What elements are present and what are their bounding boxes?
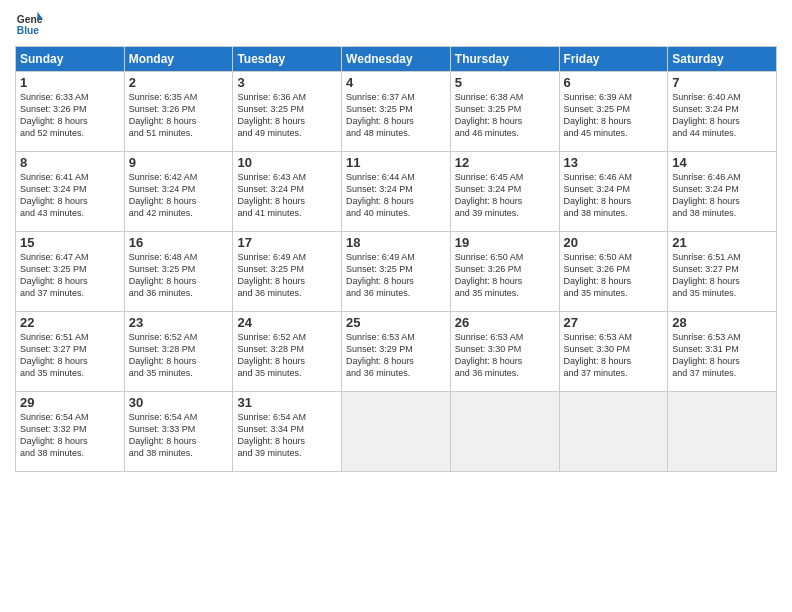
- cell-info: Sunrise: 6:49 AMSunset: 3:25 PMDaylight:…: [237, 251, 337, 300]
- day-cell: 18Sunrise: 6:49 AMSunset: 3:25 PMDayligh…: [342, 232, 451, 312]
- day-number: 14: [672, 155, 772, 170]
- day-number: 25: [346, 315, 446, 330]
- day-cell: 3Sunrise: 6:36 AMSunset: 3:25 PMDaylight…: [233, 72, 342, 152]
- day-number: 8: [20, 155, 120, 170]
- col-header-thursday: Thursday: [450, 47, 559, 72]
- cell-info: Sunrise: 6:40 AMSunset: 3:24 PMDaylight:…: [672, 91, 772, 140]
- day-cell: 8Sunrise: 6:41 AMSunset: 3:24 PMDaylight…: [16, 152, 125, 232]
- day-number: 29: [20, 395, 120, 410]
- header-row: SundayMondayTuesdayWednesdayThursdayFrid…: [16, 47, 777, 72]
- col-header-wednesday: Wednesday: [342, 47, 451, 72]
- day-cell: 29Sunrise: 6:54 AMSunset: 3:32 PMDayligh…: [16, 392, 125, 472]
- cell-info: Sunrise: 6:51 AMSunset: 3:27 PMDaylight:…: [20, 331, 120, 380]
- cell-info: Sunrise: 6:45 AMSunset: 3:24 PMDaylight:…: [455, 171, 555, 220]
- cell-info: Sunrise: 6:49 AMSunset: 3:25 PMDaylight:…: [346, 251, 446, 300]
- day-number: 1: [20, 75, 120, 90]
- col-header-friday: Friday: [559, 47, 668, 72]
- cell-info: Sunrise: 6:35 AMSunset: 3:26 PMDaylight:…: [129, 91, 229, 140]
- day-cell: 31Sunrise: 6:54 AMSunset: 3:34 PMDayligh…: [233, 392, 342, 472]
- day-cell: 6Sunrise: 6:39 AMSunset: 3:25 PMDaylight…: [559, 72, 668, 152]
- day-cell: 7Sunrise: 6:40 AMSunset: 3:24 PMDaylight…: [668, 72, 777, 152]
- cell-info: Sunrise: 6:36 AMSunset: 3:25 PMDaylight:…: [237, 91, 337, 140]
- cell-info: Sunrise: 6:48 AMSunset: 3:25 PMDaylight:…: [129, 251, 229, 300]
- cell-info: Sunrise: 6:53 AMSunset: 3:30 PMDaylight:…: [564, 331, 664, 380]
- svg-text:Blue: Blue: [17, 25, 40, 36]
- day-number: 28: [672, 315, 772, 330]
- day-cell: 26Sunrise: 6:53 AMSunset: 3:30 PMDayligh…: [450, 312, 559, 392]
- day-cell: 30Sunrise: 6:54 AMSunset: 3:33 PMDayligh…: [124, 392, 233, 472]
- col-header-monday: Monday: [124, 47, 233, 72]
- cell-info: Sunrise: 6:51 AMSunset: 3:27 PMDaylight:…: [672, 251, 772, 300]
- cell-info: Sunrise: 6:54 AMSunset: 3:33 PMDaylight:…: [129, 411, 229, 460]
- day-cell: 14Sunrise: 6:46 AMSunset: 3:24 PMDayligh…: [668, 152, 777, 232]
- day-number: 10: [237, 155, 337, 170]
- cell-info: Sunrise: 6:54 AMSunset: 3:32 PMDaylight:…: [20, 411, 120, 460]
- day-cell: 15Sunrise: 6:47 AMSunset: 3:25 PMDayligh…: [16, 232, 125, 312]
- logo-icon: General Blue: [15, 10, 43, 38]
- page-container: General Blue SundayMondayTuesdayWednesda…: [0, 0, 792, 482]
- day-number: 17: [237, 235, 337, 250]
- day-cell: 2Sunrise: 6:35 AMSunset: 3:26 PMDaylight…: [124, 72, 233, 152]
- day-number: 21: [672, 235, 772, 250]
- day-number: 9: [129, 155, 229, 170]
- week-row-5: 29Sunrise: 6:54 AMSunset: 3:32 PMDayligh…: [16, 392, 777, 472]
- day-number: 5: [455, 75, 555, 90]
- col-header-sunday: Sunday: [16, 47, 125, 72]
- cell-info: Sunrise: 6:52 AMSunset: 3:28 PMDaylight:…: [129, 331, 229, 380]
- col-header-saturday: Saturday: [668, 47, 777, 72]
- cell-info: Sunrise: 6:53 AMSunset: 3:31 PMDaylight:…: [672, 331, 772, 380]
- day-number: 11: [346, 155, 446, 170]
- day-cell: 16Sunrise: 6:48 AMSunset: 3:25 PMDayligh…: [124, 232, 233, 312]
- day-cell: [450, 392, 559, 472]
- day-cell: 17Sunrise: 6:49 AMSunset: 3:25 PMDayligh…: [233, 232, 342, 312]
- day-cell: 22Sunrise: 6:51 AMSunset: 3:27 PMDayligh…: [16, 312, 125, 392]
- day-cell: 1Sunrise: 6:33 AMSunset: 3:26 PMDaylight…: [16, 72, 125, 152]
- cell-info: Sunrise: 6:46 AMSunset: 3:24 PMDaylight:…: [564, 171, 664, 220]
- day-number: 18: [346, 235, 446, 250]
- logo: General Blue: [15, 10, 43, 38]
- day-cell: 12Sunrise: 6:45 AMSunset: 3:24 PMDayligh…: [450, 152, 559, 232]
- cell-info: Sunrise: 6:39 AMSunset: 3:25 PMDaylight:…: [564, 91, 664, 140]
- cell-info: Sunrise: 6:43 AMSunset: 3:24 PMDaylight:…: [237, 171, 337, 220]
- day-cell: 25Sunrise: 6:53 AMSunset: 3:29 PMDayligh…: [342, 312, 451, 392]
- day-number: 12: [455, 155, 555, 170]
- day-number: 16: [129, 235, 229, 250]
- day-cell: [342, 392, 451, 472]
- day-cell: 24Sunrise: 6:52 AMSunset: 3:28 PMDayligh…: [233, 312, 342, 392]
- cell-info: Sunrise: 6:54 AMSunset: 3:34 PMDaylight:…: [237, 411, 337, 460]
- day-number: 19: [455, 235, 555, 250]
- day-cell: 9Sunrise: 6:42 AMSunset: 3:24 PMDaylight…: [124, 152, 233, 232]
- cell-info: Sunrise: 6:37 AMSunset: 3:25 PMDaylight:…: [346, 91, 446, 140]
- day-number: 31: [237, 395, 337, 410]
- day-number: 2: [129, 75, 229, 90]
- calendar-table: SundayMondayTuesdayWednesdayThursdayFrid…: [15, 46, 777, 472]
- day-cell: 21Sunrise: 6:51 AMSunset: 3:27 PMDayligh…: [668, 232, 777, 312]
- day-number: 26: [455, 315, 555, 330]
- cell-info: Sunrise: 6:52 AMSunset: 3:28 PMDaylight:…: [237, 331, 337, 380]
- cell-info: Sunrise: 6:53 AMSunset: 3:29 PMDaylight:…: [346, 331, 446, 380]
- cell-info: Sunrise: 6:47 AMSunset: 3:25 PMDaylight:…: [20, 251, 120, 300]
- cell-info: Sunrise: 6:53 AMSunset: 3:30 PMDaylight:…: [455, 331, 555, 380]
- col-header-tuesday: Tuesday: [233, 47, 342, 72]
- day-number: 4: [346, 75, 446, 90]
- day-number: 13: [564, 155, 664, 170]
- day-cell: 23Sunrise: 6:52 AMSunset: 3:28 PMDayligh…: [124, 312, 233, 392]
- day-cell: 13Sunrise: 6:46 AMSunset: 3:24 PMDayligh…: [559, 152, 668, 232]
- cell-info: Sunrise: 6:42 AMSunset: 3:24 PMDaylight:…: [129, 171, 229, 220]
- day-number: 6: [564, 75, 664, 90]
- day-cell: [668, 392, 777, 472]
- day-cell: 27Sunrise: 6:53 AMSunset: 3:30 PMDayligh…: [559, 312, 668, 392]
- cell-info: Sunrise: 6:50 AMSunset: 3:26 PMDaylight:…: [455, 251, 555, 300]
- cell-info: Sunrise: 6:41 AMSunset: 3:24 PMDaylight:…: [20, 171, 120, 220]
- day-number: 20: [564, 235, 664, 250]
- day-cell: 20Sunrise: 6:50 AMSunset: 3:26 PMDayligh…: [559, 232, 668, 312]
- cell-info: Sunrise: 6:50 AMSunset: 3:26 PMDaylight:…: [564, 251, 664, 300]
- header: General Blue: [15, 10, 777, 38]
- day-number: 7: [672, 75, 772, 90]
- week-row-1: 1Sunrise: 6:33 AMSunset: 3:26 PMDaylight…: [16, 72, 777, 152]
- day-cell: 11Sunrise: 6:44 AMSunset: 3:24 PMDayligh…: [342, 152, 451, 232]
- cell-info: Sunrise: 6:33 AMSunset: 3:26 PMDaylight:…: [20, 91, 120, 140]
- day-number: 24: [237, 315, 337, 330]
- day-number: 22: [20, 315, 120, 330]
- cell-info: Sunrise: 6:44 AMSunset: 3:24 PMDaylight:…: [346, 171, 446, 220]
